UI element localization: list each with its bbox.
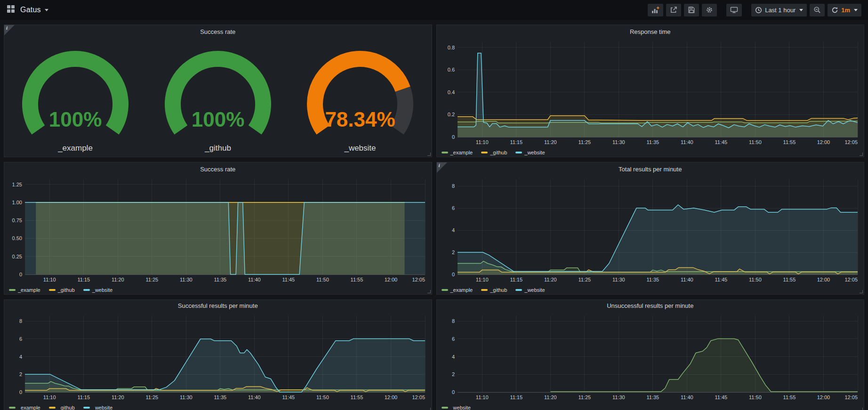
panel-success-rate-graph: Success rate 11:1011:1511:2011:2511:3011… <box>4 162 432 295</box>
svg-text:11:50: 11:50 <box>316 394 329 400</box>
legend-item-_website[interactable]: _website <box>515 150 545 155</box>
svg-text:11:40: 11:40 <box>248 394 261 400</box>
panel-resize-handle[interactable] <box>427 290 431 293</box>
panel-resize-handle[interactable] <box>427 153 431 156</box>
dashboard-title[interactable]: Gatus <box>20 6 41 14</box>
legend-item-_example[interactable]: _example <box>9 405 40 410</box>
legend-item-_github[interactable]: _github <box>481 150 507 155</box>
svg-text:1.25: 1.25 <box>12 182 22 187</box>
legend-item-_example[interactable]: _example <box>442 287 473 293</box>
svg-text:11:40: 11:40 <box>248 277 261 282</box>
legend-item-_website[interactable]: _website <box>83 405 113 410</box>
legend-item-_github[interactable]: _github <box>481 287 507 293</box>
panel-title[interactable]: Success rate <box>4 162 432 176</box>
svg-text:0.25: 0.25 <box>12 254 22 259</box>
panel-total-results: i Total results per minute 11:1011:1511:… <box>436 162 865 295</box>
panel-resize-handle[interactable] <box>860 408 863 410</box>
svg-text:0.50: 0.50 <box>12 235 22 241</box>
legend-item-_website[interactable]: _website <box>515 287 545 293</box>
legend-swatch <box>442 152 448 153</box>
svg-text:12:05: 12:05 <box>844 139 858 145</box>
save-dashboard-button[interactable] <box>684 4 699 16</box>
svg-text:11:20: 11:20 <box>112 394 124 400</box>
svg-text:0: 0 <box>19 272 22 277</box>
legend-label: _github <box>58 405 75 410</box>
share-dashboard-button[interactable] <box>666 4 681 16</box>
svg-text:6: 6 <box>19 336 22 342</box>
svg-text:11:55: 11:55 <box>783 394 796 400</box>
time-range-caret-icon <box>799 9 803 11</box>
panel-resize-handle[interactable] <box>427 408 431 410</box>
svg-text:11:35: 11:35 <box>646 139 659 145</box>
add-panel-button[interactable] <box>648 4 663 16</box>
panel-title[interactable]: Unsuccessful results per minute <box>437 300 864 312</box>
unsuccessful-results-chart[interactable]: 11:1011:1511:2011:2511:3011:3511:4011:45… <box>437 312 864 402</box>
svg-text:12:00: 12:00 <box>385 394 398 400</box>
gauge-_website: 78.34%_website <box>289 41 432 154</box>
svg-text:11:35: 11:35 <box>214 394 226 400</box>
svg-text:11:35: 11:35 <box>646 394 659 400</box>
legend-item-_github[interactable]: _github <box>49 405 75 410</box>
svg-text:11:15: 11:15 <box>510 394 522 400</box>
zoom-out-time-range-button[interactable] <box>810 4 825 16</box>
gear-icon <box>706 6 713 14</box>
save-icon <box>688 6 695 14</box>
svg-text:11:10: 11:10 <box>475 394 488 400</box>
svg-text:11:30: 11:30 <box>612 277 625 282</box>
panel-title[interactable]: Response time <box>437 25 864 38</box>
bar-chart-plus-icon <box>651 6 659 14</box>
response-time-chart[interactable]: 11:1011:1511:2011:2511:3011:3511:4011:45… <box>437 38 864 147</box>
panel-info-corner-icon[interactable]: i <box>437 162 447 173</box>
svg-text:6: 6 <box>451 205 454 211</box>
legend: _example_github_website <box>4 285 432 295</box>
refresh-dashboard-button[interactable]: 1m <box>828 4 861 16</box>
successful-results-chart[interactable]: 11:1011:1511:2011:2511:3011:3511:4011:45… <box>4 312 432 402</box>
legend-label: _example <box>450 287 473 293</box>
apps-grid-icon[interactable] <box>7 5 15 15</box>
svg-text:11:35: 11:35 <box>646 277 659 282</box>
legend-swatch <box>481 152 488 153</box>
svg-text:11:35: 11:35 <box>214 277 226 282</box>
panel-info-corner-icon[interactable]: i <box>4 25 15 35</box>
total-results-chart[interactable]: 11:1011:1511:2011:2511:3011:3511:4011:45… <box>437 176 864 285</box>
panel-title[interactable]: Total results per minute <box>437 162 864 176</box>
legend-item-_website[interactable]: _website <box>83 287 113 293</box>
panel-response-time: Response time 11:1011:1511:2011:2511:301… <box>436 24 865 157</box>
legend-item-_example[interactable]: _example <box>9 287 40 293</box>
svg-text:11:45: 11:45 <box>282 394 295 400</box>
legend-label: _github <box>58 287 75 293</box>
svg-text:2: 2 <box>451 249 454 255</box>
legend-label: _website <box>92 405 113 410</box>
panel-title[interactable]: Successful results per minute <box>4 300 432 312</box>
svg-text:6: 6 <box>451 336 454 342</box>
cycle-view-mode-button[interactable] <box>726 4 742 16</box>
dashboard-settings-button[interactable] <box>702 4 717 16</box>
svg-text:12:00: 12:00 <box>817 277 830 282</box>
legend-swatch <box>9 289 16 291</box>
svg-text:0: 0 <box>19 389 22 395</box>
legend-swatch <box>442 407 448 409</box>
legend-swatch <box>515 152 522 153</box>
svg-text:11:25: 11:25 <box>145 394 158 400</box>
legend-item-_website[interactable]: _website <box>442 405 471 410</box>
svg-text:2: 2 <box>451 371 454 377</box>
svg-text:11:25: 11:25 <box>578 394 591 400</box>
dashboard-picker-caret-icon[interactable] <box>45 9 48 11</box>
panel-title[interactable]: Success rate <box>4 25 432 38</box>
legend-label: _website <box>92 287 113 293</box>
svg-text:11:50: 11:50 <box>749 277 762 282</box>
svg-text:11:45: 11:45 <box>715 277 727 282</box>
dashboard-grid: i Success rate 100%_example100%_github78… <box>0 20 868 410</box>
svg-text:11:20: 11:20 <box>544 277 556 282</box>
svg-text:11:45: 11:45 <box>282 277 295 282</box>
refresh-interval-caret-icon <box>854 9 858 11</box>
legend-item-_example[interactable]: _example <box>442 150 473 155</box>
svg-text:11:55: 11:55 <box>351 394 363 400</box>
panel-resize-handle[interactable] <box>860 153 863 156</box>
panel-resize-handle[interactable] <box>860 290 863 293</box>
legend-label: _example <box>18 287 40 293</box>
svg-text:11:50: 11:50 <box>749 139 762 145</box>
time-range-picker-button[interactable]: Last 1 hour <box>751 4 807 16</box>
success-rate-chart[interactable]: 11:1011:1511:2011:2511:3011:3511:4011:45… <box>4 176 432 285</box>
legend-item-_github[interactable]: _github <box>49 287 75 293</box>
